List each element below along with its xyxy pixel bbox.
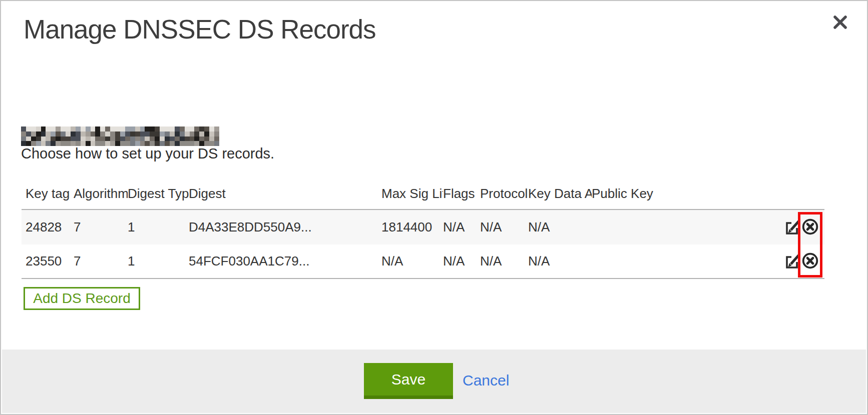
cell-digest: 54FCF030AA1C79... — [189, 244, 381, 278]
cell-actions — [784, 218, 824, 237]
delete-circle-x-icon — [801, 252, 819, 271]
cell-algorithm: 7 — [74, 210, 128, 244]
cell-digest-type: 1 — [128, 210, 189, 244]
delete-record-button[interactable] — [801, 218, 819, 237]
column-header-algorithm: Algorithm — [74, 186, 128, 202]
cell-protocol: N/A — [480, 210, 528, 244]
table-row: 24828 7 1 D4A33E8DD550A9... 1814400 N/A … — [22, 210, 824, 244]
cell-key-data-alg: N/A — [528, 244, 592, 278]
column-header-max-sig-life: Max Sig Life — [381, 186, 443, 202]
close-icon — [833, 15, 847, 31]
table-row: 23550 7 1 54FCF030AA1C79... N/A N/A N/A … — [22, 244, 824, 279]
close-button[interactable] — [830, 13, 850, 33]
cell-key-tag: 23550 — [26, 244, 74, 278]
cell-digest-type: 1 — [128, 244, 189, 278]
page-title: Manage DNSSEC DS Records — [24, 14, 376, 44]
column-header-digest: Digest — [189, 186, 381, 202]
cell-digest: D4A33E8DD550A9... — [189, 210, 381, 244]
cell-algorithm: 7 — [74, 244, 128, 278]
ds-records-table: Key tag Algorithm Digest Type Digest Max… — [22, 171, 824, 279]
table-header-row: Key tag Algorithm Digest Type Digest Max… — [22, 171, 824, 210]
cell-max-sig-life: 1814400 — [381, 210, 443, 244]
column-header-flags: Flags — [443, 186, 480, 202]
edit-record-button[interactable] — [784, 252, 800, 270]
edit-icon — [784, 252, 800, 270]
edit-record-button[interactable] — [784, 218, 800, 236]
cell-flags: N/A — [443, 244, 480, 278]
dnssec-modal: Manage DNSSEC DS Records Choose how to s… — [0, 0, 868, 415]
column-header-key-data-alg: Key Data Alg — [528, 186, 592, 202]
delete-record-button[interactable] — [801, 252, 819, 271]
column-header-public-key: Public Key — [592, 186, 784, 202]
redacted-domain-name — [21, 126, 219, 146]
cell-key-data-alg: N/A — [528, 210, 592, 244]
cell-flags: N/A — [443, 210, 480, 244]
cell-max-sig-life: N/A — [381, 244, 443, 278]
column-header-actions — [784, 186, 824, 202]
column-header-key-tag: Key tag — [26, 186, 74, 202]
column-header-digest-type: Digest Type — [128, 186, 189, 202]
modal-footer: Save Cancel — [2, 350, 866, 413]
cell-key-tag: 24828 — [26, 210, 74, 244]
cancel-link[interactable]: Cancel — [463, 372, 509, 389]
add-ds-record-button[interactable]: Add DS Record — [24, 287, 140, 310]
column-header-protocol: Protocol — [480, 186, 528, 202]
save-button[interactable]: Save — [364, 363, 453, 399]
instruction-text: Choose how to set up your DS records. — [21, 146, 274, 162]
delete-circle-x-icon — [801, 218, 819, 237]
edit-icon — [784, 218, 800, 236]
cell-protocol: N/A — [480, 244, 528, 278]
cell-actions — [784, 252, 824, 271]
